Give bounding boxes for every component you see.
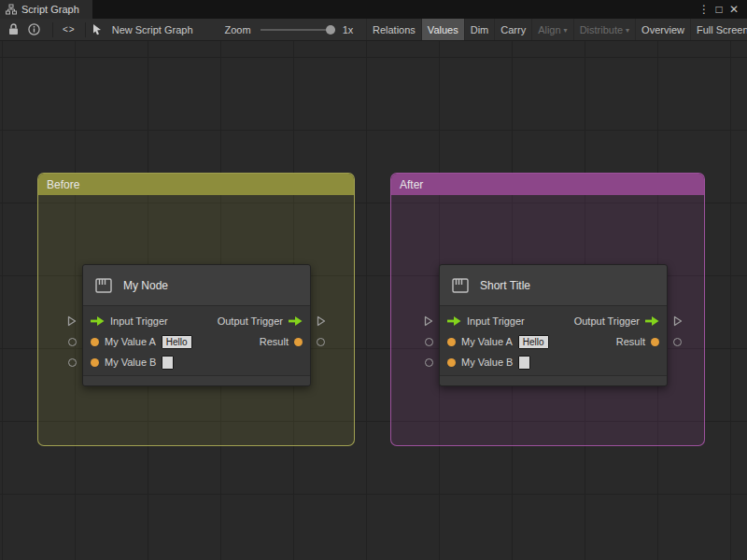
node-ports: Input Trigger Output Trigger My Value A … xyxy=(440,306,667,375)
node-ports: Input Trigger Output Trigger My Value A … xyxy=(83,306,310,375)
flow-output-icon[interactable] xyxy=(645,316,659,326)
unit-icon xyxy=(93,275,114,296)
fullscreen-button[interactable]: Full Screen xyxy=(690,19,747,41)
window-tab-bar: Script Graph ⋮ □ ✕ xyxy=(0,0,747,19)
align-label: Align xyxy=(538,24,560,35)
port-row-triggers: Input Trigger Output Trigger xyxy=(440,311,667,331)
lock-icon[interactable] xyxy=(6,22,21,37)
value-b-connector[interactable] xyxy=(68,358,77,367)
code-icon: <> xyxy=(63,24,76,35)
node-title: My Node xyxy=(123,279,168,292)
group-title: After xyxy=(400,178,423,191)
input-trigger-connector[interactable] xyxy=(424,315,433,327)
value-port-icon[interactable] xyxy=(91,338,99,346)
port-input-trigger-label: Input Trigger xyxy=(467,315,525,327)
node-header[interactable]: My Node xyxy=(83,265,310,306)
chevron-down-icon: ▾ xyxy=(564,26,568,35)
port-value-a-label: My Value A xyxy=(461,336,513,347)
port-result-label: Result xyxy=(616,336,645,347)
input-trigger-connector[interactable] xyxy=(67,315,77,327)
value-a-input[interactable]: Hello xyxy=(162,335,192,349)
port-output-trigger-label: Output Trigger xyxy=(574,315,640,327)
port-row-value-a: My Value A Hello Result xyxy=(83,331,310,352)
flow-output-icon[interactable] xyxy=(289,316,303,326)
value-b-input[interactable] xyxy=(162,356,174,370)
window-controls: ⋮ □ ✕ xyxy=(697,3,747,16)
unit-icon xyxy=(450,275,471,296)
zoom-label: Zoom xyxy=(225,24,251,35)
group-after-header[interactable]: After xyxy=(391,174,704,195)
unity-script-graph-window: Script Graph ⋮ □ ✕ <> New Script Graph Z… xyxy=(0,0,747,560)
toolbar-separator xyxy=(85,22,86,37)
port-result-label: Result xyxy=(260,336,289,347)
toolbar-toggle-buttons: Relations Values Dim Carry Align▾ Distri… xyxy=(366,19,747,41)
group-after[interactable]: After Short Title Input Trigger Output T… xyxy=(390,173,705,446)
tab-title: Script Graph xyxy=(21,4,79,15)
node-title: Short Title xyxy=(480,279,530,292)
zoom-slider[interactable] xyxy=(261,24,335,35)
value-a-connector[interactable] xyxy=(425,338,433,346)
chevron-down-icon: ▾ xyxy=(626,26,629,35)
port-value-a-label: My Value A xyxy=(105,336,156,347)
node-header[interactable]: Short Title xyxy=(440,265,667,306)
port-value-b-label: My Value B xyxy=(461,357,513,368)
node-footer xyxy=(83,375,310,385)
value-b-input[interactable] xyxy=(518,356,530,370)
value-port-icon[interactable] xyxy=(91,358,99,367)
port-value-b-label: My Value B xyxy=(105,357,156,368)
port-row-triggers: Input Trigger Output Trigger xyxy=(83,311,310,331)
dim-button[interactable]: Dim xyxy=(464,19,495,41)
value-port-icon[interactable] xyxy=(447,358,456,367)
values-button[interactable]: Values xyxy=(421,19,464,41)
code-view-button[interactable]: <> xyxy=(59,24,79,35)
zoom-slider-handle[interactable] xyxy=(326,25,335,35)
port-row-value-a: My Value A Hello Result xyxy=(440,331,667,352)
overview-button[interactable]: Overview xyxy=(635,19,690,41)
port-input-trigger-label: Input Trigger xyxy=(110,315,168,327)
node-footer xyxy=(440,375,667,385)
output-trigger-connector[interactable] xyxy=(317,315,326,327)
window-menu-icon[interactable]: ⋮ xyxy=(697,3,712,16)
group-before[interactable]: Before My Node Input Trigger Output Trig… xyxy=(37,173,355,446)
flow-input-icon[interactable] xyxy=(447,316,461,326)
graph-canvas[interactable]: Before My Node Input Trigger Output Trig… xyxy=(0,41,747,560)
info-icon[interactable] xyxy=(26,22,41,37)
port-output-trigger-label: Output Trigger xyxy=(218,315,283,327)
result-connector[interactable] xyxy=(673,338,682,346)
distribute-dropdown: Distribute▾ xyxy=(573,19,635,41)
group-title: Before xyxy=(47,178,79,191)
value-port-icon[interactable] xyxy=(651,338,659,346)
flow-input-icon[interactable] xyxy=(91,316,105,326)
value-a-connector[interactable] xyxy=(68,338,77,346)
node-short-title[interactable]: Short Title Input Trigger Output Trigger… xyxy=(439,264,668,386)
node-my-node[interactable]: My Node Input Trigger Output Trigger My … xyxy=(82,264,311,386)
window-close-icon[interactable]: ✕ xyxy=(726,3,741,16)
value-b-connector[interactable] xyxy=(425,358,433,367)
port-row-value-b: My Value B xyxy=(83,352,310,372)
group-before-header[interactable]: Before xyxy=(38,174,354,195)
graph-toolbar: <> New Script Graph Zoom 1x Relations Va… xyxy=(0,19,747,41)
value-a-input[interactable]: Hello xyxy=(518,335,549,349)
result-connector[interactable] xyxy=(317,338,325,346)
tab-script-graph[interactable]: Script Graph xyxy=(0,0,92,19)
port-row-value-b: My Value B xyxy=(440,352,667,372)
value-port-icon[interactable] xyxy=(447,338,456,346)
graph-name-label: New Script Graph xyxy=(112,24,193,35)
align-dropdown: Align▾ xyxy=(531,19,572,41)
script-graph-icon xyxy=(6,4,17,15)
output-trigger-connector[interactable] xyxy=(673,315,683,327)
toolbar-separator xyxy=(52,22,53,37)
distribute-label: Distribute xyxy=(580,24,623,35)
relations-button[interactable]: Relations xyxy=(366,19,421,41)
zoom-slider-track xyxy=(261,29,335,31)
window-maximize-icon[interactable]: □ xyxy=(712,3,726,16)
zoom-value-label: 1x xyxy=(343,24,354,35)
carry-button[interactable]: Carry xyxy=(494,19,531,41)
cursor-icon xyxy=(92,22,103,37)
value-port-icon[interactable] xyxy=(294,338,303,346)
